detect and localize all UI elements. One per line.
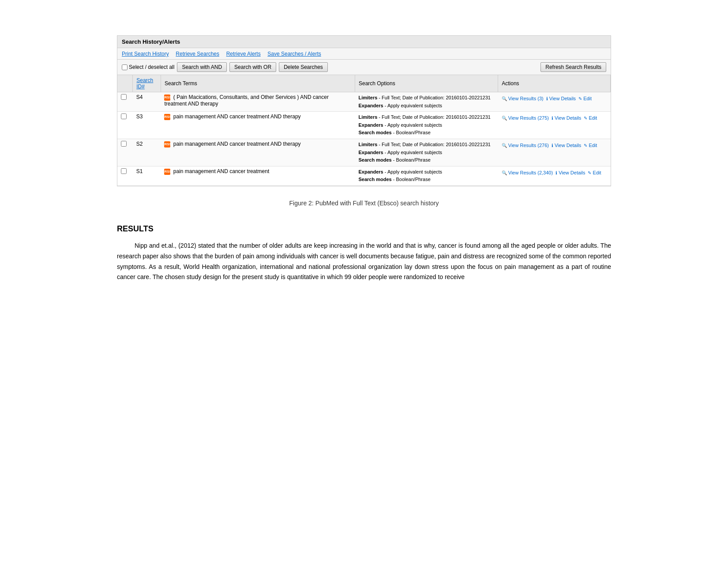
print-search-history-link[interactable]: Print Search History — [122, 51, 169, 57]
expanders-value-s3: Apply equivalent subjects — [387, 122, 442, 128]
figure-caption: Figure 2: PubMed with Full Text (Ebsco) … — [117, 200, 611, 207]
row-s4-check — [117, 92, 133, 112]
select-deselect-label: Select / deselect all — [122, 64, 174, 70]
search-modes-label-s2: Search modes — [358, 157, 391, 162]
edit-icon-s4 — [578, 96, 582, 101]
th-check — [117, 75, 133, 92]
edit-link-s4[interactable]: Edit — [578, 96, 592, 101]
expanders-value-s4: Apply equivalent subjects — [387, 103, 442, 108]
view-details-icon-s4 — [546, 96, 548, 101]
th-actions: Actions — [498, 75, 611, 92]
retrieve-alerts-link[interactable]: Retrieve Alerts — [226, 51, 261, 57]
search-modes-value-s2: Boolean/Phrase — [396, 157, 430, 162]
view-results-icon-s2 — [502, 143, 507, 148]
panel-title: Search History/Alerts — [117, 36, 611, 48]
rss-icon-s3: RSS — [164, 114, 170, 120]
row-s4-actions: View Results (3) View Details Edit — [498, 92, 611, 112]
row-s2-actions: View Results (276) View Details Edit — [498, 139, 611, 166]
row-s3-checkbox[interactable] — [121, 113, 127, 119]
limiters-value-s4: Full Text; Date of Publication: 20160101… — [382, 95, 491, 100]
expanders-label-s1: Expanders — [358, 169, 383, 174]
view-details-link-s3[interactable]: View Details — [552, 115, 581, 121]
row-s4-id: S4 — [133, 92, 161, 112]
select-deselect-text: Select / deselect all — [129, 64, 174, 70]
panel-links: Print Search History Retrieve Searches R… — [117, 48, 611, 60]
row-s1-actions: View Results (2,340) View Details Edit — [498, 166, 611, 185]
row-s2-terms: RSS pain management AND cancer treatment… — [161, 139, 355, 166]
row-s1-checkbox[interactable] — [121, 168, 127, 174]
table-header-row: Search ID# Search Terms Search Options A… — [117, 75, 611, 92]
limiters-value-s3: Full Text; Date of Publication: 20160101… — [382, 114, 491, 120]
edit-icon-s2 — [584, 143, 587, 148]
results-section: RESULTS Nipp and et.al., (2012) stated t… — [117, 224, 611, 283]
row-s4-checkbox[interactable] — [121, 94, 127, 100]
expanders-value-s1: Apply equivalent subjects — [387, 169, 442, 174]
search-with-or-button[interactable]: Search with OR — [229, 62, 276, 72]
row-s1-id: S1 — [133, 166, 161, 185]
limiters-value-s2: Full Text; Date of Publication: 20160101… — [382, 142, 491, 147]
select-deselect-checkbox[interactable] — [122, 64, 128, 70]
row-s1-check — [117, 166, 133, 185]
edit-link-s3[interactable]: Edit — [584, 115, 597, 121]
limiters-label-s3: Limiters — [358, 114, 377, 120]
row-s4-terms: RSS ( Pain Macications, Consultants, and… — [161, 92, 355, 112]
row-s3-actions: View Results (275) View Details Edit — [498, 112, 611, 139]
view-details-link-s1[interactable]: View Details — [555, 170, 585, 175]
edit-icon-s3 — [584, 115, 587, 121]
row-s3-terms: RSS pain management AND cancer treatment… — [161, 112, 355, 139]
row-s1-terms: RSS pain management AND cancer treatment — [161, 166, 355, 185]
view-details-link-s4[interactable]: View Details — [546, 96, 576, 101]
row-s2-id: S2 — [133, 139, 161, 166]
rss-icon-s1: RSS — [164, 169, 170, 175]
row-s1-options: Expanders - Apply equivalent subjects Se… — [355, 166, 498, 185]
panel-toolbar: Select / deselect all Search with AND Se… — [117, 60, 611, 75]
search-history-panel: Search History/Alerts Print Search Histo… — [117, 35, 611, 186]
search-modes-label-s3: Search modes — [358, 130, 391, 135]
row-s3-id: S3 — [133, 112, 161, 139]
row-s3-check — [117, 112, 133, 139]
row-s4-options: Limiters - Full Text; Date of Publicatio… — [355, 92, 498, 112]
results-body: Nipp and et.al., (2012) stated that the … — [117, 241, 611, 283]
edit-link-s2[interactable]: Edit — [584, 143, 597, 148]
limiters-label-s2: Limiters — [358, 142, 377, 147]
search-id-link[interactable]: Search ID# — [136, 77, 153, 90]
edit-link-s1[interactable]: Edit — [588, 170, 601, 175]
refresh-search-results-button[interactable]: Refresh Search Results — [540, 62, 606, 72]
search-table: Search ID# Search Terms Search Options A… — [117, 75, 611, 186]
expanders-label-s3: Expanders — [358, 122, 383, 128]
table-row: S1 RSS pain management AND cancer treatm… — [117, 166, 611, 185]
row-s2-check — [117, 139, 133, 166]
search-modes-label-s1: Search modes — [358, 177, 391, 182]
table-row: S3 RSS pain management AND cancer treatm… — [117, 112, 611, 139]
view-results-icon-s4 — [502, 96, 507, 101]
view-details-icon-s1 — [555, 170, 557, 175]
page-container: Search History/Alerts Print Search Histo… — [99, 0, 629, 300]
expanders-label-s2: Expanders — [358, 150, 383, 155]
view-details-link-s2[interactable]: View Details — [552, 143, 581, 148]
expanders-value-s2: Apply equivalent subjects — [387, 150, 442, 155]
delete-searches-button[interactable]: Delete Searches — [279, 62, 328, 72]
rss-icon-s2: RSS — [164, 141, 170, 147]
view-results-link-s2[interactable]: View Results (276) — [502, 143, 549, 148]
search-with-and-button[interactable]: Search with AND — [177, 62, 227, 72]
view-details-icon-s3 — [552, 115, 553, 121]
view-results-link-s1[interactable]: View Results (2,340) — [502, 170, 553, 175]
row-s2-checkbox[interactable] — [121, 141, 127, 147]
th-search-options: Search Options — [355, 75, 498, 92]
view-results-link-s4[interactable]: View Results (3) — [502, 96, 544, 101]
view-details-icon-s2 — [552, 143, 553, 148]
view-results-link-s3[interactable]: View Results (275) — [502, 115, 549, 121]
search-modes-value-s1: Boolean/Phrase — [396, 177, 430, 182]
retrieve-searches-link[interactable]: Retrieve Searches — [176, 51, 219, 57]
row-s2-options: Limiters - Full Text; Date of Publicatio… — [355, 139, 498, 166]
panel-title-text: Search History/Alerts — [122, 38, 180, 45]
th-search-id: Search ID# — [133, 75, 161, 92]
view-results-icon-s3 — [502, 115, 507, 121]
save-searches-alerts-link[interactable]: Save Searches / Alerts — [267, 51, 321, 57]
expanders-label-s4: Expanders — [358, 103, 383, 108]
table-row: S2 RSS pain management AND cancer treatm… — [117, 139, 611, 166]
table-row: S4 RSS ( Pain Macications, Consultants, … — [117, 92, 611, 112]
search-modes-value-s3: Boolean/Phrase — [396, 130, 430, 135]
row-s3-options: Limiters - Full Text; Date of Publicatio… — [355, 112, 498, 139]
edit-icon-s1 — [588, 170, 591, 175]
